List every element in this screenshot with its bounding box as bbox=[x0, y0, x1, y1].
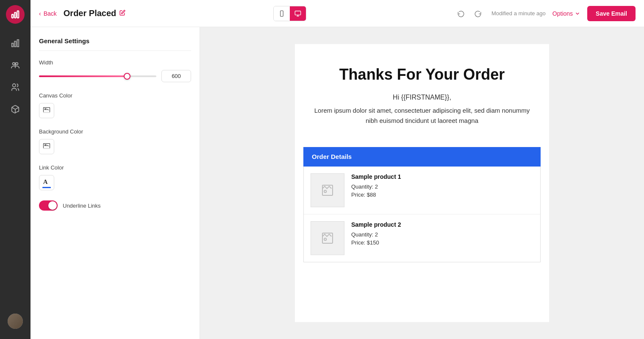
canvas-color-label: Canvas Color bbox=[39, 92, 191, 99]
canvas-color-button[interactable] bbox=[39, 103, 54, 118]
content-area: General Settings Width 600 Canvas Color bbox=[31, 27, 644, 339]
width-label: Width bbox=[39, 59, 191, 66]
width-row: 600 bbox=[39, 70, 191, 82]
svg-point-24 bbox=[324, 238, 326, 240]
canvas-color-setting: Canvas Color bbox=[39, 92, 191, 118]
link-underline-bar bbox=[42, 187, 51, 188]
link-color-button[interactable]: A bbox=[39, 175, 54, 190]
panel-title: General Settings bbox=[39, 37, 191, 51]
svg-point-7 bbox=[16, 63, 18, 65]
svg-point-17 bbox=[44, 108, 46, 110]
product-qty-1: Quantity: 2 bbox=[351, 183, 533, 190]
product-price-2: Price: $150 bbox=[351, 239, 533, 246]
svg-rect-16 bbox=[44, 108, 50, 113]
topbar: ‹ Back Order Placed bbox=[31, 0, 644, 27]
undo-button[interactable] bbox=[454, 7, 468, 20]
settings-panel: General Settings Width 600 Canvas Color bbox=[31, 27, 200, 339]
order-item-2: Sample product 2 Quantity: 2 Price: $150 bbox=[304, 214, 540, 262]
background-color-label: Background Color bbox=[39, 128, 191, 135]
email-main-title: Thanks For Your Order bbox=[312, 65, 532, 83]
save-email-button[interactable]: Save Email bbox=[587, 6, 636, 21]
underline-links-label: Underline Links bbox=[63, 203, 101, 209]
svg-rect-18 bbox=[44, 144, 50, 149]
slider-fill bbox=[39, 75, 127, 77]
svg-rect-1 bbox=[14, 12, 16, 18]
sidebar-item-campaigns[interactable] bbox=[0, 54, 31, 76]
product-price-1: Price: $88 bbox=[351, 192, 533, 198]
options-button[interactable]: Options bbox=[552, 10, 580, 17]
page-title: Order Placed bbox=[64, 8, 117, 18]
email-preview: Thanks For Your Order Hi {{FIRSTNAME}}, … bbox=[295, 44, 549, 322]
svg-point-9 bbox=[13, 84, 16, 87]
mobile-view-button[interactable] bbox=[274, 6, 290, 21]
redo-button[interactable] bbox=[471, 7, 485, 20]
width-setting: Width 600 bbox=[39, 59, 191, 82]
order-details-header: Order Details bbox=[303, 147, 541, 167]
view-toggle bbox=[273, 6, 306, 21]
background-color-button[interactable] bbox=[39, 139, 54, 154]
main-wrapper: ‹ Back Order Placed bbox=[31, 0, 644, 339]
order-items-container: Sample product 1 Quantity: 2 Price: $88 bbox=[303, 167, 541, 262]
undo-redo-group bbox=[454, 7, 485, 20]
svg-rect-4 bbox=[14, 41, 16, 47]
sidebar-item-analytics[interactable] bbox=[0, 32, 31, 54]
order-item-1: Sample product 1 Quantity: 2 Price: $88 bbox=[304, 167, 540, 214]
svg-rect-13 bbox=[295, 11, 300, 15]
options-label: Options bbox=[552, 10, 573, 17]
product-image-1 bbox=[311, 173, 344, 207]
product-info-2: Sample product 2 Quantity: 2 Price: $150 bbox=[351, 221, 533, 247]
link-color-label: Link Color bbox=[39, 164, 191, 171]
svg-rect-11 bbox=[280, 11, 283, 16]
view-toggle-group bbox=[132, 6, 447, 21]
order-details-section: Order Details bbox=[303, 147, 541, 262]
background-color-setting: Background Color bbox=[39, 128, 191, 154]
email-body-text: Lorem ipsum dolor sit amet, consectetuer… bbox=[312, 106, 532, 126]
underline-links-setting: Underline Links bbox=[39, 200, 191, 211]
svg-point-19 bbox=[44, 144, 46, 146]
product-image-2 bbox=[311, 221, 344, 255]
app-logo[interactable] bbox=[6, 5, 25, 24]
product-name-2: Sample product 2 bbox=[351, 221, 533, 228]
svg-rect-0 bbox=[12, 14, 14, 18]
email-greeting: Hi {{FIRSTNAME}}, bbox=[312, 94, 532, 101]
product-name-1: Sample product 1 bbox=[351, 173, 533, 180]
back-arrow-icon: ‹ bbox=[39, 10, 41, 17]
svg-point-22 bbox=[324, 190, 326, 192]
slider-thumb[interactable] bbox=[124, 73, 130, 80]
svg-rect-3 bbox=[12, 43, 14, 47]
toggle-row: Underline Links bbox=[39, 200, 191, 211]
width-slider[interactable] bbox=[39, 72, 156, 81]
desktop-view-button[interactable] bbox=[290, 6, 306, 21]
slider-track bbox=[39, 75, 156, 77]
sidebar-item-products[interactable] bbox=[0, 98, 31, 120]
preview-area: Thanks For Your Order Hi {{FIRSTNAME}}, … bbox=[200, 27, 644, 339]
product-qty-2: Quantity: 2 bbox=[351, 231, 533, 238]
link-color-swatch-inner: A bbox=[42, 178, 51, 188]
svg-point-6 bbox=[13, 63, 15, 65]
topbar-right: Modified a minute ago Options Save Email bbox=[454, 6, 636, 21]
link-color-setting: Link Color A bbox=[39, 164, 191, 190]
svg-text:A: A bbox=[43, 178, 48, 185]
width-input[interactable]: 600 bbox=[161, 70, 191, 82]
underline-links-toggle[interactable] bbox=[39, 200, 58, 211]
product-info-1: Sample product 1 Quantity: 2 Price: $88 bbox=[351, 173, 533, 200]
svg-rect-2 bbox=[17, 11, 19, 18]
user-avatar[interactable] bbox=[8, 314, 23, 329]
sidebar-item-audience[interactable] bbox=[0, 76, 31, 98]
back-label: Back bbox=[44, 10, 57, 17]
page-title-area: Order Placed bbox=[64, 8, 126, 18]
back-button[interactable]: ‹ Back bbox=[39, 10, 57, 17]
modified-text: Modified a minute ago bbox=[491, 10, 546, 17]
toggle-knob bbox=[48, 201, 57, 210]
left-navigation bbox=[0, 0, 31, 339]
edit-title-button[interactable] bbox=[119, 10, 125, 17]
order-details-title: Order Details bbox=[312, 153, 352, 160]
email-header-section: Thanks For Your Order Hi {{FIRSTNAME}}, … bbox=[295, 44, 549, 139]
svg-rect-5 bbox=[17, 40, 19, 47]
